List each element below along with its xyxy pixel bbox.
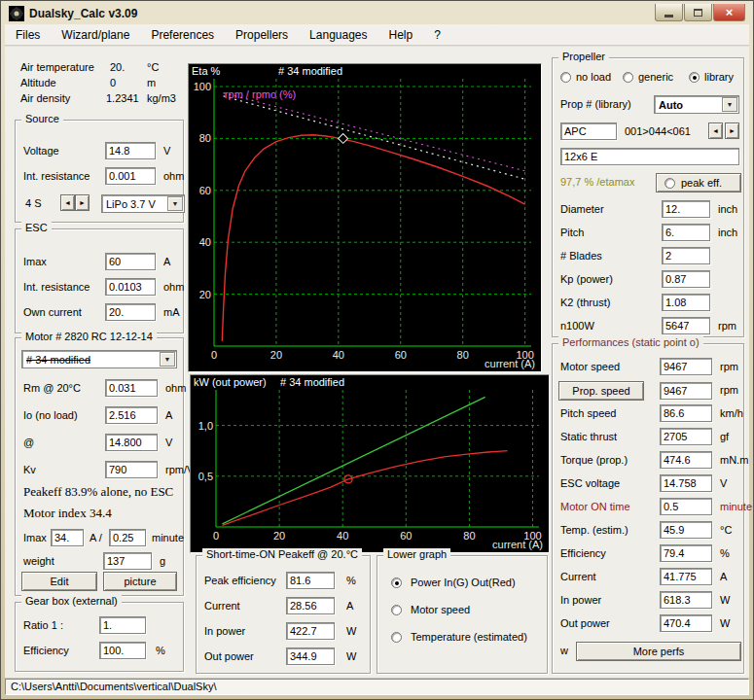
pitch-input[interactable]: [662, 224, 710, 241]
chevron-down-icon[interactable]: ▼: [722, 97, 737, 112]
short-time-group-title: Short-time-ON Peakeff @ 20.°C: [202, 548, 362, 560]
n100w-input[interactable]: [662, 317, 710, 334]
chevron-down-icon[interactable]: ▼: [167, 196, 183, 211]
kp-power-input[interactable]: [662, 270, 710, 288]
menu-files[interactable]: Files: [5, 25, 51, 45]
air-temperature-value: 20.: [110, 61, 125, 73]
chevron-down-icon[interactable]: ▼: [160, 352, 175, 367]
static-thrust-unit: gf: [720, 431, 729, 442]
svg-text:60: 60: [400, 530, 412, 542]
prop-next-button[interactable]: ►: [725, 122, 739, 139]
app-window: Dualsky_Calc v3.09 × Files Wizard/plane …: [0, 0, 754, 700]
menu-help[interactable]: Help: [378, 25, 424, 45]
static-thrust-label: Static thrust: [560, 431, 617, 442]
pitch-speed-input[interactable]: [660, 404, 712, 422]
svg-text:rpm / rpmo (%): rpm / rpmo (%): [225, 88, 296, 100]
maximize-button[interactable]: [684, 4, 712, 21]
menu-wizard-plane[interactable]: Wizard/plane: [51, 25, 140, 45]
radio-library-label: library: [704, 71, 734, 83]
diameter-label: Diameter: [560, 203, 604, 215]
esc-voltage-label: ESC voltage: [560, 477, 620, 489]
k2-thrust-input[interactable]: [662, 294, 710, 311]
radio-temperature-label: Temperature (estimated): [411, 631, 527, 643]
radio-peak-eff[interactable]: [664, 178, 675, 189]
prop-library-label: Prop # (library): [560, 98, 631, 110]
cells-increment-button[interactable]: ►: [75, 194, 90, 211]
voltage-input[interactable]: [105, 142, 156, 159]
motor-speed-input[interactable]: [660, 358, 712, 375]
voltage-label: Voltage: [23, 145, 59, 157]
esc-int-resistance-input[interactable]: [105, 278, 156, 296]
close-button[interactable]: ×: [713, 4, 745, 21]
minimize-button[interactable]: [655, 4, 683, 21]
edit-button[interactable]: Edit: [21, 572, 97, 591]
in-power-label: In power: [560, 594, 601, 606]
svg-text:0,5: 0,5: [198, 471, 213, 482]
radio-no-load[interactable]: [560, 72, 571, 83]
torque-input[interactable]: [660, 451, 712, 469]
picture-button[interactable]: picture: [103, 572, 177, 591]
k2-thrust-label: K2 (thrust): [560, 297, 610, 308]
more-perfs-button[interactable]: More perfs: [576, 642, 741, 661]
motor-on-time-label: Motor ON time: [560, 501, 630, 512]
out-power-label: Out power: [560, 617, 610, 629]
peak-out-power-input[interactable]: [286, 648, 335, 665]
radio-motor-speed[interactable]: [391, 605, 402, 615]
temp-estim-input[interactable]: [660, 521, 712, 539]
esc-imax-input[interactable]: [105, 253, 156, 270]
menu-propellers[interactable]: Propellers: [225, 25, 299, 45]
esc-own-current-input[interactable]: [105, 303, 156, 321]
svg-text:# 34 modified: # 34 modified: [280, 376, 344, 388]
radio-no-load-label: no load: [576, 71, 611, 83]
esc-voltage-input[interactable]: [660, 474, 712, 492]
battery-type-combo[interactable]: LiPo 3.7 V ▼: [101, 194, 185, 213]
static-thrust-input[interactable]: [660, 428, 712, 445]
peak-efficiency-input[interactable]: [286, 572, 335, 589]
current-input[interactable]: [660, 568, 712, 585]
window-controls: ×: [654, 4, 745, 21]
motor-imax-input[interactable]: [51, 529, 84, 546]
prop-speed-button[interactable]: Prop. speed: [558, 381, 644, 401]
weight-input[interactable]: [103, 552, 152, 570]
motor-on-time-unit: minute: [720, 501, 752, 512]
in-power-input[interactable]: [660, 591, 712, 609]
gearbox-group-title: Gear box (external): [21, 595, 122, 607]
motor-select-combo[interactable]: # 34 modified ▼: [21, 350, 177, 368]
menu-question[interactable]: ?: [423, 25, 451, 45]
peak-eff-button[interactable]: peak eff.: [656, 173, 741, 192]
io-input[interactable]: [105, 406, 158, 424]
radio-temperature[interactable]: [391, 632, 402, 643]
peak-in-power-input[interactable]: [286, 622, 335, 640]
radio-library[interactable]: [689, 72, 700, 83]
motor-selected-value: # 34 modified: [22, 354, 160, 366]
cells-decrement-button[interactable]: ◄: [60, 194, 75, 211]
peak-current-label: Current: [204, 600, 240, 612]
prop-speed-input[interactable]: [660, 382, 712, 400]
radio-generic[interactable]: [623, 72, 633, 83]
prop-library-combo[interactable]: Auto ▼: [654, 95, 739, 114]
ratio-input[interactable]: [99, 616, 146, 634]
gear-efficiency-input[interactable]: [99, 642, 146, 659]
kv-input[interactable]: [105, 461, 158, 478]
source-int-resistance-input[interactable]: [105, 167, 156, 185]
menu-bar: Files Wizard/plane Preferences Propeller…: [5, 24, 749, 46]
radio-power-in-out[interactable]: [391, 578, 402, 588]
lower-graph-group: Lower graph Power In(G) Out(Red) Motor s…: [377, 555, 548, 674]
motor-imax-minutes-input[interactable]: [109, 529, 146, 546]
peak-current-input[interactable]: [286, 597, 335, 614]
motor-on-time-input[interactable]: [660, 498, 712, 515]
menu-languages[interactable]: Languages: [299, 25, 377, 45]
at-voltage-input[interactable]: [105, 434, 158, 451]
menu-preferences[interactable]: Preferences: [140, 25, 225, 45]
rm-input[interactable]: [105, 379, 158, 397]
kv-label: Kv: [23, 464, 36, 475]
prop-brand-input[interactable]: [560, 122, 617, 140]
out-power-input[interactable]: [660, 614, 712, 632]
efficiency-input[interactable]: [660, 544, 712, 562]
blades-input[interactable]: [662, 247, 710, 264]
diameter-input[interactable]: [662, 200, 710, 218]
titlebar[interactable]: Dualsky_Calc v3.09 ×: [3, 3, 751, 23]
prop-prev-button[interactable]: ◄: [708, 122, 723, 139]
prop-name-input[interactable]: [560, 148, 739, 165]
pitch-speed-label: Pitch speed: [560, 407, 616, 419]
